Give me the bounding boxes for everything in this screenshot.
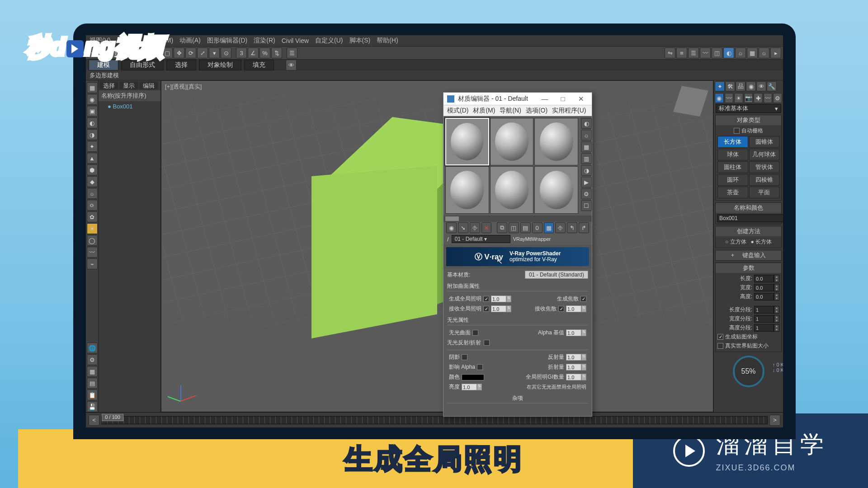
rollout-title[interactable]: 对象类型 (716, 115, 781, 125)
render-prod-icon[interactable]: ▸ (770, 47, 781, 58)
toolbox-icon[interactable]: ⚙ (87, 354, 98, 365)
toolbox-icon[interactable]: 💾 (87, 401, 98, 412)
select-by-mat-icon[interactable]: ☐ (581, 200, 592, 211)
uv-tiling-icon[interactable]: ▥ (581, 153, 592, 164)
helpers-icon[interactable]: ✚ (754, 93, 763, 103)
sample-type-icon[interactable]: ◐ (581, 118, 592, 129)
go-sibling-icon[interactable]: ↱ (579, 222, 589, 233)
menu-item[interactable]: 图形编辑器(D) (207, 37, 247, 45)
backlight-icon[interactable]: ☼ (581, 130, 592, 141)
ribbon-toggle-icon[interactable]: 👁 (286, 60, 297, 70)
go-parent-icon[interactable]: ↰ (567, 222, 577, 233)
display-tab-icon[interactable]: 👁 (756, 81, 766, 91)
material-slot-1[interactable] (445, 118, 489, 165)
make-preview-icon[interactable]: ▶ (581, 177, 592, 188)
rollout-title[interactable]: 创建方法 (716, 226, 781, 236)
tab-populate[interactable]: 填充 (244, 60, 274, 70)
named-sel-icon[interactable]: ☰ (287, 47, 297, 58)
prim-cone[interactable]: 圆锥体 (749, 136, 780, 148)
toolbox-icon[interactable]: ✦ (87, 141, 98, 152)
material-slot-5[interactable] (490, 166, 534, 214)
menu-item[interactable]: Civil View (282, 37, 309, 44)
video-check-icon[interactable]: ◑ (581, 165, 592, 176)
hierarchy-tab-icon[interactable]: 品 (736, 81, 745, 91)
scene-tree[interactable]: ● Box001 (99, 101, 160, 412)
align-icon[interactable]: ≡ (676, 47, 687, 58)
timeline-start-icon[interactable]: < (89, 415, 99, 426)
shadow-color-swatch[interactable] (462, 374, 484, 380)
wseg-spinner[interactable]: ▲▼ (754, 315, 779, 323)
toolbox-icon[interactable]: ✿ (87, 211, 98, 222)
length-spinner[interactable]: ▲▼ (754, 275, 779, 282)
gen-map-checkbox[interactable] (717, 334, 723, 340)
viewport[interactable]: [+][透视][真实] (161, 80, 713, 412)
reset-icon[interactable]: ✕ (481, 222, 492, 233)
material-type-label[interactable]: VRayMtlWrapper (513, 236, 551, 242)
options-icon[interactable]: ⚙ (581, 188, 592, 199)
prim-torus[interactable]: 圆环 (717, 174, 748, 186)
matte-refl-checkbox[interactable] (484, 340, 490, 346)
move-icon[interactable]: ✥ (174, 47, 184, 58)
scale-icon[interactable]: ⤢ (197, 47, 208, 58)
me-menu-item[interactable]: 实用程序(U) (552, 107, 586, 115)
scene-item-box[interactable]: ● Box001 (102, 103, 157, 110)
material-id-icon[interactable]: 0 (532, 222, 542, 233)
schematic-icon[interactable]: ◫ (712, 47, 722, 58)
prim-tube[interactable]: 管状体 (749, 161, 780, 173)
rollout-title[interactable]: 参数 (716, 263, 781, 273)
put-to-library-icon[interactable]: ▤ (520, 222, 531, 233)
primitive-category-dropdown[interactable]: 标准基本体▾ (716, 104, 781, 113)
angle-snap-icon[interactable]: ∠ (248, 47, 259, 58)
toolbox-icon[interactable]: ⛭ (87, 200, 98, 211)
rollout-title[interactable]: 名称和颜色 (716, 203, 781, 213)
prim-pyramid[interactable]: 四棱锥 (749, 174, 780, 186)
gen-caustic-checkbox[interactable] (580, 296, 586, 302)
material-slot-2[interactable] (490, 118, 534, 165)
toolbox-icon[interactable]: ⌁ (87, 258, 98, 269)
me-menu-item[interactable]: 选项(O) (526, 107, 547, 115)
toolbox-icon[interactable]: ◆ (87, 176, 98, 187)
toolbox-icon[interactable]: ⬢ (87, 164, 98, 175)
gen-gi-checkbox[interactable] (483, 296, 489, 302)
menu-item[interactable]: 帮助(H) (377, 37, 398, 45)
material-slot-6[interactable] (534, 166, 578, 214)
prim-plane[interactable]: 平面 (749, 187, 780, 198)
toolbox-icon[interactable]: ▲ (87, 153, 98, 164)
time-marker[interactable]: 0 / 100 (102, 414, 123, 421)
scene-tab[interactable]: 显示 (119, 81, 138, 89)
create-tab-icon[interactable]: ✦ (715, 81, 725, 91)
close-icon[interactable]: ✕ (574, 94, 588, 103)
toolbox-icon[interactable]: ◯ (87, 235, 98, 246)
rotate-icon[interactable]: ⟳ (185, 47, 196, 58)
motion-tab-icon[interactable]: ◉ (746, 81, 756, 91)
recv-caustic-checkbox[interactable] (558, 306, 564, 312)
tab-selection[interactable]: 选择 (166, 60, 196, 70)
ref-coord-icon[interactable]: ▾ (209, 47, 220, 58)
toolbox-icon[interactable]: 🌐 (87, 343, 98, 353)
toolbox-icon[interactable]: ▤ (87, 378, 98, 389)
sun-icon[interactable]: ☀ (87, 223, 98, 234)
prim-sphere[interactable]: 球体 (717, 149, 748, 160)
viewport-label[interactable]: [+][透视][真实] (165, 83, 202, 91)
material-editor-icon[interactable]: ◐ (723, 47, 734, 58)
render-frame-icon[interactable]: ▦ (747, 47, 758, 58)
get-material-icon[interactable]: ◉ (446, 222, 457, 233)
make-copy-icon[interactable]: ⧉ (497, 222, 507, 233)
toolbox-icon[interactable]: 〰 (87, 247, 98, 258)
prim-geosphere[interactable]: 几何球体 (749, 149, 780, 160)
prim-cylinder[interactable]: 圆柱体 (717, 161, 748, 173)
toolbox-icon[interactable]: ◑ (87, 129, 98, 140)
pivot-icon[interactable]: ⊙ (221, 47, 231, 58)
main-menu[interactable]: 视图(V) 创建(C) 修改器(M) 动画(A) 图形编辑器(D) 渲染(R) … (86, 35, 783, 46)
brightness-spinner[interactable]: ⇅ (462, 384, 482, 390)
object-name-input[interactable] (717, 214, 783, 222)
show-in-viewport-icon[interactable]: ▦ (544, 222, 554, 233)
toolbox-icon[interactable]: ▦ (87, 366, 98, 377)
radio-box[interactable]: ● 长方体 (751, 238, 772, 246)
modify-tab-icon[interactable]: 🛠 (725, 81, 735, 91)
utilities-tab-icon[interactable]: 🔧 (767, 81, 777, 91)
me-menu-item[interactable]: 材质(M) (473, 107, 495, 115)
scene-tab[interactable]: 编辑 (139, 81, 158, 89)
gen-gi-spinner[interactable]: ⇅ (491, 296, 511, 302)
scene-tab[interactable]: 选择 (99, 81, 118, 89)
